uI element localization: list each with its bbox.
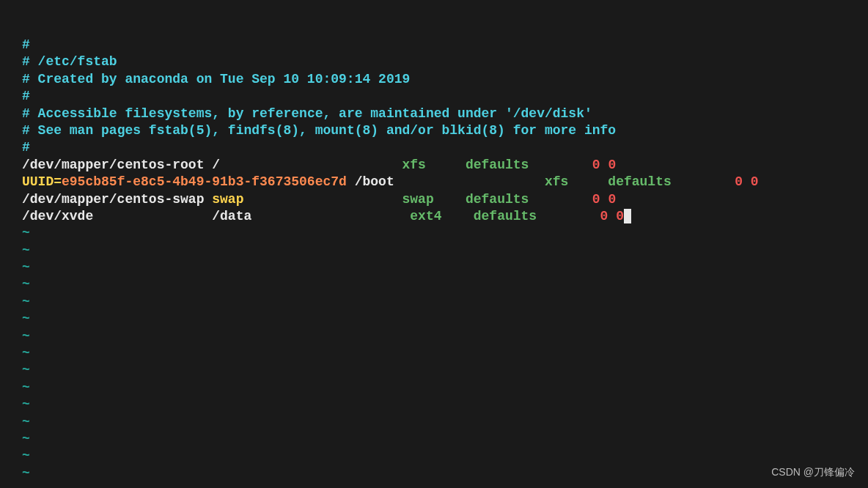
empty-line: ~ xyxy=(22,448,868,465)
text-cursor xyxy=(624,209,631,223)
empty-line: ~ xyxy=(22,311,868,328)
comment-line: # Created by anaconda on Tue Sep 10 10:0… xyxy=(22,71,868,88)
comment-line: # See man pages fstab(5), findfs(8), mou… xyxy=(22,122,868,139)
comment-line: # xyxy=(22,88,868,105)
empty-line: ~ xyxy=(22,414,868,431)
empty-line: ~ xyxy=(22,225,868,242)
fstab-entry-boot: UUID=e95cb85f-e8c5-4b49-91b3-f3673506ec7… xyxy=(22,174,868,191)
empty-line: ~ xyxy=(22,294,868,311)
comment-line: # /etc/fstab xyxy=(22,53,868,70)
empty-line: ~ xyxy=(22,345,868,362)
terminal-editor[interactable]: { "comments": { "l1": "#", "l2": "# /etc… xyxy=(0,0,868,488)
empty-line: ~ xyxy=(22,362,868,379)
empty-line: ~ xyxy=(22,276,868,293)
empty-line: ~ xyxy=(22,243,868,259)
comment-line: # Accessible filesystems, by reference, … xyxy=(22,106,868,122)
empty-line: ~ xyxy=(22,396,868,413)
fstab-entry-swap: /dev/mapper/centos-swap swap swap defaul… xyxy=(22,191,868,208)
fstab-entry-data: /dev/xvde /data ext4 defaults 0 0 xyxy=(22,208,868,225)
empty-line: ~ xyxy=(22,380,868,396)
empty-line: ~ xyxy=(22,431,868,448)
comment-line: # xyxy=(22,139,868,156)
empty-line: ~ xyxy=(22,259,868,276)
watermark-text: CSDN @刀锋偏冷 xyxy=(771,466,855,479)
fstab-entry-root: /dev/mapper/centos-root / xfs defaults 0… xyxy=(22,157,868,174)
comment-line: # xyxy=(22,37,868,53)
empty-line: ~ xyxy=(22,328,868,345)
empty-line: ~ xyxy=(22,465,868,482)
